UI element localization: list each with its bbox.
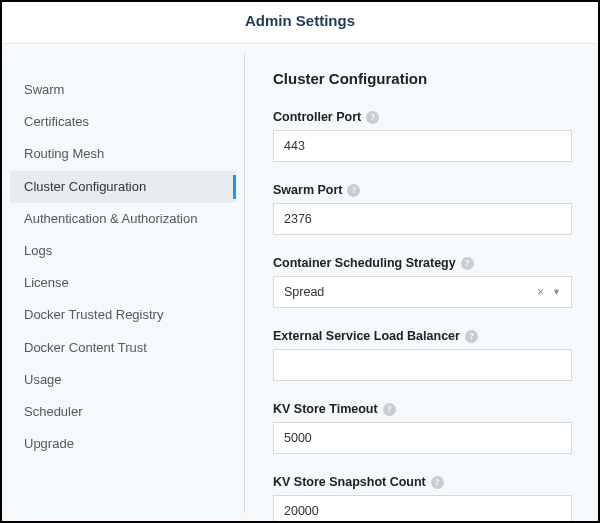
sidebar-item-logs[interactable]: Logs (10, 235, 236, 267)
app-frame: Admin Settings Swarm Certificates Routin… (0, 0, 600, 523)
sidebar: Swarm Certificates Routing Mesh Cluster … (10, 52, 245, 513)
field-kv-snapshot: KV Store Snapshot Count ? (273, 472, 572, 521)
controller-port-input[interactable] (273, 130, 572, 162)
sidebar-item-scheduler[interactable]: Scheduler (10, 396, 236, 428)
help-icon[interactable]: ? (347, 184, 360, 197)
sidebar-item-label: Certificates (24, 114, 89, 129)
sidebar-item-label: Swarm (24, 82, 64, 97)
sidebar-item-usage[interactable]: Usage (10, 364, 236, 396)
label-text: Controller Port (273, 110, 361, 124)
sidebar-item-docker-content-trust[interactable]: Docker Content Trust (10, 332, 236, 364)
scheduling-strategy-select[interactable]: Spread × ▼ (273, 276, 572, 308)
field-controller-port: Controller Port ? (273, 107, 572, 162)
label-text: External Service Load Balancer (273, 329, 460, 343)
sidebar-item-label: Usage (24, 372, 62, 387)
label-text: Swarm Port (273, 183, 342, 197)
sidebar-item-label: Routing Mesh (24, 146, 104, 161)
content: Swarm Certificates Routing Mesh Cluster … (2, 44, 598, 521)
header: Admin Settings (2, 2, 598, 44)
sidebar-item-certificates[interactable]: Certificates (10, 106, 236, 138)
select-actions: × ▼ (537, 285, 561, 299)
field-swarm-port: Swarm Port ? (273, 180, 572, 235)
sidebar-item-label: Upgrade (24, 436, 74, 451)
chevron-down-icon[interactable]: ▼ (552, 287, 561, 297)
sidebar-item-label: Scheduler (24, 404, 83, 419)
sidebar-item-label: Logs (24, 243, 52, 258)
sidebar-item-cluster-configuration[interactable]: Cluster Configuration (10, 171, 236, 203)
field-label: Controller Port ? (273, 110, 379, 124)
swarm-port-input[interactable] (273, 203, 572, 235)
label-text: KV Store Timeout (273, 402, 378, 416)
help-icon[interactable]: ? (383, 403, 396, 416)
select-value: Spread (284, 285, 537, 299)
kv-snapshot-input[interactable] (273, 495, 572, 521)
sidebar-item-upgrade[interactable]: Upgrade (10, 428, 236, 460)
sidebar-item-authentication-authorization[interactable]: Authentication & Authorization (10, 203, 236, 235)
label-text: KV Store Snapshot Count (273, 475, 426, 489)
field-external-lb: External Service Load Balancer ? (273, 326, 572, 381)
field-label: External Service Load Balancer ? (273, 329, 478, 343)
clear-icon[interactable]: × (537, 285, 544, 299)
kv-timeout-input[interactable] (273, 422, 572, 454)
field-label: Swarm Port ? (273, 183, 360, 197)
field-kv-timeout: KV Store Timeout ? (273, 399, 572, 454)
help-icon[interactable]: ? (461, 257, 474, 270)
main-panel: Cluster Configuration Controller Port ? … (245, 44, 598, 521)
sidebar-item-label: Docker Content Trust (24, 340, 147, 355)
sidebar-item-docker-trusted-registry[interactable]: Docker Trusted Registry (10, 299, 236, 331)
help-icon[interactable]: ? (366, 111, 379, 124)
sidebar-item-label: Cluster Configuration (24, 179, 146, 194)
sidebar-item-label: Docker Trusted Registry (24, 307, 163, 322)
field-label: Container Scheduling Strategy ? (273, 256, 474, 270)
field-label: KV Store Snapshot Count ? (273, 475, 444, 489)
sidebar-item-swarm[interactable]: Swarm (10, 74, 236, 106)
label-text: Container Scheduling Strategy (273, 256, 456, 270)
sidebar-item-label: Authentication & Authorization (24, 211, 197, 226)
sidebar-item-license[interactable]: License (10, 267, 236, 299)
external-lb-input[interactable] (273, 349, 572, 381)
help-icon[interactable]: ? (465, 330, 478, 343)
page-title: Admin Settings (2, 12, 598, 29)
field-label: KV Store Timeout ? (273, 402, 396, 416)
sidebar-item-routing-mesh[interactable]: Routing Mesh (10, 138, 236, 170)
field-scheduling-strategy: Container Scheduling Strategy ? Spread ×… (273, 253, 572, 308)
help-icon[interactable]: ? (431, 476, 444, 489)
sidebar-item-label: License (24, 275, 69, 290)
section-title: Cluster Configuration (273, 70, 572, 87)
